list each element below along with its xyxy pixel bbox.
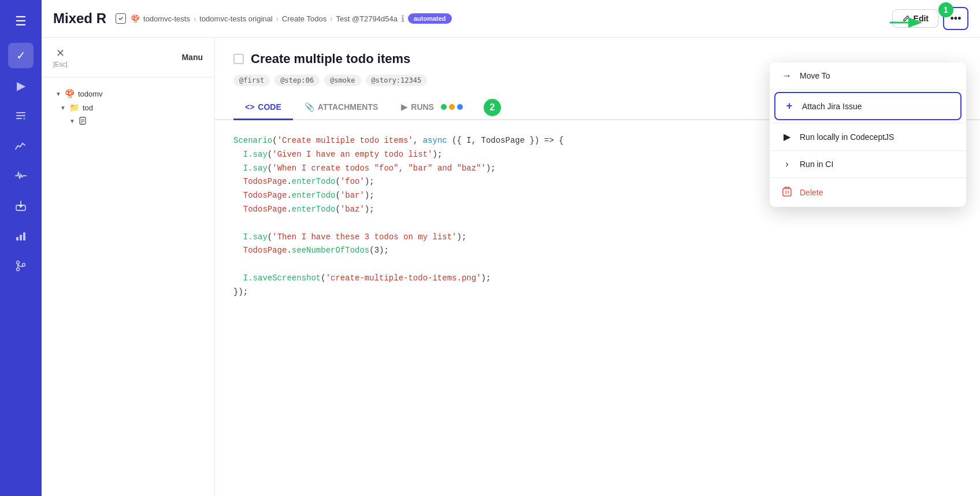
code-line-10 xyxy=(233,258,962,272)
test-checkbox[interactable] xyxy=(233,54,244,64)
tag-story[interactable]: @story:12345 xyxy=(366,75,428,86)
tag-step[interactable]: @step:06 xyxy=(274,75,320,86)
chevron-icon: ▼ xyxy=(55,91,61,97)
arrow-right-icon: → xyxy=(781,71,793,81)
top-header: Mixed R 🍄 todomvc-tests › todomvc-tests … xyxy=(42,0,980,38)
svg-rect-6 xyxy=(20,235,22,240)
breadcrumb-create-todos[interactable]: Create Todos xyxy=(282,14,326,23)
test-title: Create multiple todo items xyxy=(251,51,410,66)
svg-rect-5 xyxy=(16,237,18,240)
panel-title: Manu xyxy=(181,53,203,62)
dropdown-attach-jira[interactable]: + Attach Jira Issue xyxy=(774,92,962,120)
close-button[interactable]: ✕ xyxy=(56,47,65,60)
svg-rect-2 xyxy=(16,118,22,119)
checkbox-icon xyxy=(116,13,126,24)
menu-icon[interactable]: ☰ xyxy=(10,9,31,34)
emoji-todomvc: 🍄 xyxy=(65,89,75,98)
dropdown-delete[interactable]: Delete xyxy=(770,178,966,207)
sidebar-item-pulse[interactable] xyxy=(8,163,34,188)
sidebar-item-export[interactable] xyxy=(8,193,34,219)
sidebar-item-list[interactable] xyxy=(8,103,34,128)
run-dot-blue xyxy=(457,104,463,110)
svg-point-8 xyxy=(17,261,20,264)
left-panel: ✕ [Esc] Manu ▼ 🍄 todomv ▼ 📁 tod ▼ xyxy=(42,38,215,496)
code-line-11: I.saveScreenshot('create-multiple-todo-i… xyxy=(233,272,962,286)
code-line-8: I.say('Then I have these 3 todos on my l… xyxy=(233,231,962,245)
chevron-icon-2: ▼ xyxy=(60,105,66,111)
green-arrow-indicator xyxy=(890,14,925,34)
chevron-icon-3: ▼ xyxy=(69,118,75,124)
folder-icon: 📁 xyxy=(69,103,79,112)
code-line-9: TodosPage.seeNumberOfTodos(3); xyxy=(233,244,962,258)
plus-icon: + xyxy=(784,100,795,112)
left-panel-header: ✕ [Esc] Manu xyxy=(42,38,214,77)
left-panel-body: ▼ 🍄 todomv ▼ 📁 tod ▼ xyxy=(42,77,214,496)
trash-icon xyxy=(781,186,793,199)
breadcrumb-test-id[interactable]: Test @T2794d54a xyxy=(336,14,398,23)
run-dot-green xyxy=(441,104,447,110)
info-icon[interactable]: ℹ xyxy=(401,13,404,24)
svg-rect-0 xyxy=(16,112,25,113)
svg-point-10 xyxy=(23,264,25,266)
step-2-badge: 2 xyxy=(484,99,501,116)
code-line-7 xyxy=(233,217,962,231)
more-button[interactable]: ••• 1 xyxy=(943,7,968,30)
runs-dots xyxy=(441,104,463,110)
tree-item-tod[interactable]: ▼ 📁 tod xyxy=(51,101,205,114)
attachment-icon: 📎 xyxy=(305,102,314,112)
code-brackets-icon: <> xyxy=(245,102,254,112)
tab-runs[interactable]: ▶ RUNS xyxy=(389,95,474,120)
sidebar-item-chart[interactable] xyxy=(8,223,34,249)
runs-play-icon: ▶ xyxy=(401,102,407,112)
run-dot-amber xyxy=(449,104,455,110)
svg-point-9 xyxy=(17,268,20,271)
sidebar-item-check[interactable]: ✓ xyxy=(8,43,34,68)
svg-rect-7 xyxy=(23,232,25,240)
emoji-icon: 🍄 xyxy=(131,14,140,23)
sidebar-item-analytics[interactable] xyxy=(8,133,34,158)
tree-item-file[interactable]: ▼ xyxy=(51,114,205,127)
tab-code[interactable]: <> CODE xyxy=(233,95,293,120)
breadcrumb-original[interactable]: todomvc-tests original xyxy=(199,14,272,23)
dropdown-divider-1 xyxy=(770,89,966,90)
code-line-12: }); xyxy=(233,286,962,299)
svg-point-3 xyxy=(23,117,25,120)
sidebar-item-git[interactable] xyxy=(8,253,34,279)
automated-badge: automated xyxy=(408,13,452,24)
chevron-right-icon: › xyxy=(781,159,793,169)
tree-item-todomvc[interactable]: ▼ 🍄 todomv xyxy=(51,87,205,101)
play-icon: ▶ xyxy=(781,131,793,142)
tab-attachments[interactable]: 📎 ATTACHMENTS xyxy=(293,95,389,120)
tag-first[interactable]: @first xyxy=(233,75,270,86)
sidebar-item-play[interactable]: ▶ xyxy=(8,73,34,98)
file-icon xyxy=(79,117,87,125)
dropdown-run-locally[interactable]: ▶ Run locally in CodeceptJS xyxy=(770,123,966,150)
svg-rect-1 xyxy=(16,115,25,116)
dropdown-run-ci[interactable]: › Run in CI xyxy=(770,151,966,177)
svg-rect-17 xyxy=(783,188,791,196)
step-1-badge: 1 xyxy=(938,2,953,17)
dropdown-menu: → Move To + Attach Jira Issue ▶ Run loca… xyxy=(770,62,966,207)
sidebar: ☰ ✓ ▶ xyxy=(0,0,42,496)
page-title: Mixed R xyxy=(53,10,106,27)
tag-smoke[interactable]: @smoke xyxy=(324,75,361,86)
esc-label: [Esc] xyxy=(53,61,67,68)
breadcrumb-todomvc-tests[interactable]: todomvc-tests xyxy=(143,14,190,23)
dropdown-move-to[interactable]: → Move To xyxy=(770,62,966,89)
breadcrumb: 🍄 todomvc-tests › todomvc-tests original… xyxy=(116,13,883,24)
